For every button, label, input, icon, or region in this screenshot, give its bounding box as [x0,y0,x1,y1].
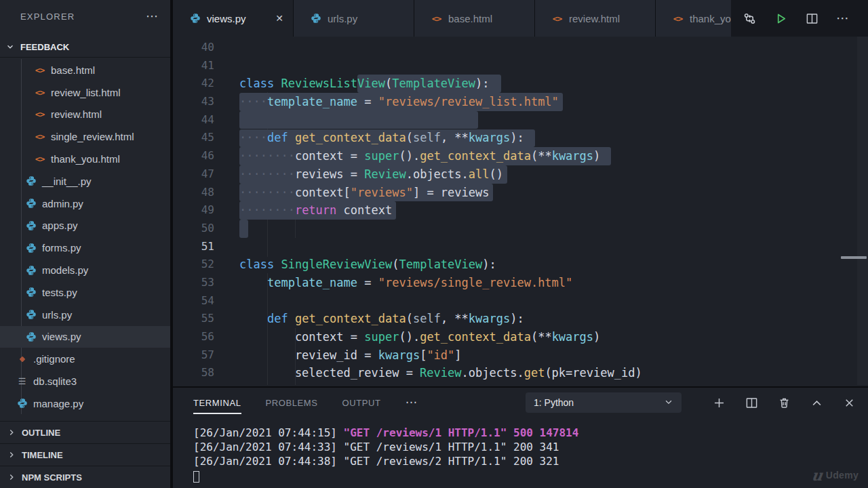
code-line-43[interactable]: 43····template_name = "reviews/review_li… [173,93,868,111]
sidebar-item-apps.py[interactable]: apps.py [0,215,170,237]
sidebar-item-tests.py[interactable]: tests.py [0,281,170,304]
line-content: template_name = "reviews/single_review.h… [239,274,572,292]
terminal-tab-output[interactable]: OUTPUT [342,388,381,418]
sidebar-item-base.html[interactable]: <>base.html [0,59,170,81]
line-content: ····def get_context_data(self, **kwargs)… [239,129,524,147]
code-line-59[interactable]: 59 context["review"] = selected_review [173,382,868,385]
code-line-55[interactable]: 55 def get_context_data(self, **kwargs): [173,310,868,328]
sidebar-item--init-.py[interactable]: __init__.py [0,170,170,192]
tab-close-icon[interactable]: ✕ [274,12,285,25]
panel-label: TIMELINE [22,450,63,460]
line-content: context = super().get_context_data(**kwa… [239,328,600,346]
sidebar-item-db.sqlite3[interactable]: ☰db.sqlite3 [0,370,170,392]
sidebar-item-review-list.html[interactable]: <>review_list.html [0,81,170,104]
git-file-icon [16,353,28,365]
sidebar-panel-timeline[interactable]: TIMELINE [0,443,170,466]
line-number: 59 [173,382,214,385]
code-line-49[interactable]: 49········return context [173,201,868,220]
code-line-40[interactable]: 40 [173,39,868,57]
code-line-45[interactable]: 45····def get_context_data(self, **kwarg… [173,129,868,147]
terminal-selector-dropdown[interactable]: 1: Python [526,392,682,413]
code-line-58[interactable]: 58 selected_review = Review.objects.get(… [173,364,868,382]
split-terminal-icon[interactable] [745,396,758,409]
sidebar-item-thank-you.html[interactable]: <>thank_you.html [0,148,170,170]
file-label: forms.py [42,242,81,253]
maximize-panel-icon[interactable] [810,396,823,409]
project-section-header[interactable]: FEEDBACK [0,37,170,58]
code-line-51[interactable]: 51 [173,238,868,256]
line-number: 51 [173,238,214,256]
line-content: ········reviews = Review.objects.all() [239,165,503,184]
html-file-icon: <> [34,64,45,76]
python-file-icon [25,242,37,253]
code-line-47[interactable]: 47········reviews = Review.objects.all() [173,165,868,184]
terminal-more-tabs-icon[interactable]: ⋯ [406,400,418,405]
project-section-title: FEEDBACK [20,42,69,52]
terminal-tabs: TERMINALPROBLEMSOUTPUT [193,388,381,418]
tab-label: base.html [448,13,492,24]
line-number: 46 [173,147,214,165]
line-number: 47 [173,165,214,184]
sidebar-item-admin.py[interactable]: admin.py [0,192,170,215]
terminal-tab-terminal[interactable]: TERMINAL [193,388,241,418]
tab-label: urls.py [328,13,357,24]
python-file-icon [25,287,37,298]
code-line-42[interactable]: 42class ReviewsListView(TemplateView): [173,75,868,93]
terminal-cursor [193,471,199,483]
kill-terminal-icon[interactable] [777,396,791,409]
python-file-icon [25,176,37,187]
close-panel-icon[interactable] [842,396,856,409]
code-line-54[interactable]: 54 [173,292,868,310]
sidebar-item-models.py[interactable]: models.py [0,259,170,281]
tab-views.py[interactable]: views.py✕ [173,0,294,37]
line-number: 56 [173,328,214,346]
code-line-41[interactable]: 41 [173,57,868,75]
file-label: apps.py [42,220,78,231]
code-line-57[interactable]: 57 review_id = kwargs["id"] [173,346,868,365]
file-label: manage.py [33,398,83,409]
sidebar-item-single-review.html[interactable]: <>single_review.html [0,125,170,148]
line-number: 50 [173,220,214,238]
sidebar-item-.gitignore[interactable]: .gitignore [0,348,170,370]
sidebar-panel-npm-scripts[interactable]: NPM SCRIPTS [0,466,170,488]
editor-group: views.py✕urls.py<>base.html<>review.html… [173,0,868,488]
code-line-56[interactable]: 56 context = super().get_context_data(**… [173,328,868,346]
code-line-53[interactable]: 53 template_name = "reviews/single_revie… [173,274,868,292]
code-line-44[interactable]: 44 [173,111,868,129]
html-file-icon: <> [34,108,45,120]
code-line-48[interactable]: 48········context["reviews"] = reviews [173,184,868,202]
code-line-46[interactable]: 46········context = super().get_context_… [173,147,868,165]
line-number: 58 [173,364,214,382]
tab-base.html[interactable]: <>base.html [414,0,535,37]
file-tree: <>base.html<>review_list.html<>review.ht… [0,59,170,415]
split-editor-icon[interactable] [805,12,818,25]
tab-review.html[interactable]: <>review.html [535,0,656,37]
tab-urls.py[interactable]: urls.py [294,0,414,37]
sidebar-item-review.html[interactable]: <>review.html [0,104,170,126]
line-content: ····template_name = "reviews/review_list… [239,93,559,111]
code-editor[interactable]: 404142class ReviewsListView(TemplateView… [173,37,868,385]
sidebar-item-manage.py[interactable]: manage.py [0,392,170,415]
code-line-52[interactable]: 52class SingleReviewView(TemplateView): [173,256,868,274]
line-number: 53 [173,274,214,292]
code-line-50[interactable]: 50 [173,220,868,238]
run-file-icon[interactable] [774,12,787,25]
terminal-tab-problems[interactable]: PROBLEMS [266,388,318,418]
sidebar-item-urls.py[interactable]: urls.py [0,304,170,326]
line-content: class ReviewsListView(TemplateView): [239,75,490,93]
open-changes-icon[interactable] [743,12,756,25]
tab-label: review.html [569,13,620,24]
explorer-header: EXPLORER ⋯ [0,0,170,33]
file-label: tests.py [42,287,77,298]
explorer-more-actions-icon[interactable]: ⋯ [146,13,159,20]
more-actions-icon[interactable]: ⋯ [836,16,850,21]
sidebar-panel-outline[interactable]: OUTLINE [0,421,170,443]
python-file-icon [25,220,37,231]
line-number: 43 [173,93,214,111]
sidebar-item-views.py[interactable]: views.py [0,326,170,348]
sidebar-item-forms.py[interactable]: forms.py [0,237,170,259]
file-label: review.html [51,108,102,120]
terminal-output[interactable]: [26/Jan/2021 07:44:15] "GET /reviews/1 H… [193,426,578,483]
new-terminal-icon[interactable] [712,396,726,409]
panel-label: NPM SCRIPTS [22,472,82,483]
